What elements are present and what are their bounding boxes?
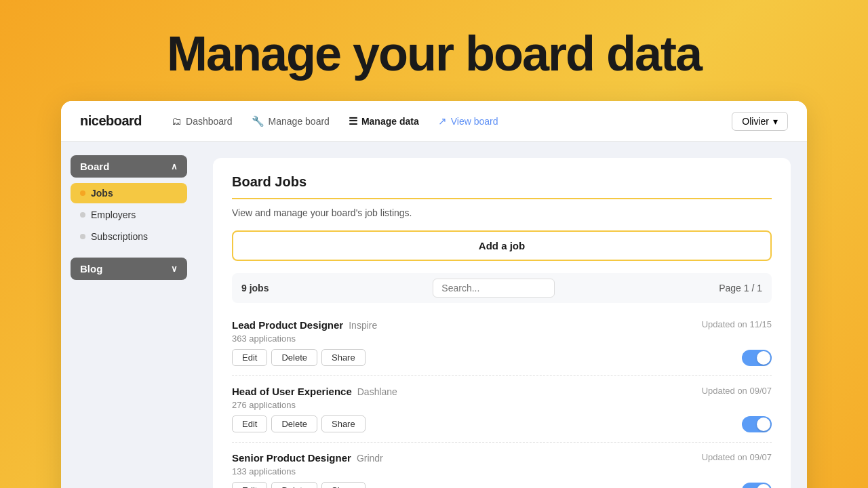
job-delete-button[interactable]: Delete xyxy=(271,482,317,488)
job-share-button[interactable]: Share xyxy=(321,349,366,366)
sidebar-item-subscriptions[interactable]: Subscriptions xyxy=(71,226,187,247)
sidebar-section-blog-label: Blog xyxy=(80,263,102,274)
job-row: Lead Product Designer Inspire Updated on… xyxy=(232,310,772,376)
sidebar-section-blog: Blog ∨ xyxy=(71,258,187,280)
job-toggle[interactable] xyxy=(742,416,772,432)
sidebar-jobs-label: Jobs xyxy=(91,188,113,199)
sidebar-section-blog-header[interactable]: Blog ∨ xyxy=(71,258,187,280)
board-chevron-icon: ∧ xyxy=(171,161,178,171)
app-container: niceboard 🗂 Dashboard 🔧 Manage board ☰ M… xyxy=(61,101,807,488)
hero-title: Manage your board data xyxy=(153,0,715,101)
user-name: Olivier xyxy=(742,116,769,127)
job-company: Dashlane xyxy=(357,386,397,397)
nav-item-view-board[interactable]: ↗ View board xyxy=(430,111,507,131)
manage-data-icon: ☰ xyxy=(349,115,357,127)
nav-label-manage-data: Manage data xyxy=(361,116,419,127)
job-edit-button[interactable]: Edit xyxy=(232,415,267,432)
job-delete-button[interactable]: Delete xyxy=(271,415,317,432)
job-company: Grindr xyxy=(357,453,383,464)
nav-item-manage-data[interactable]: ☰ Manage data xyxy=(340,111,427,131)
job-updated: Updated on 09/07 xyxy=(702,452,772,462)
main-layout: Board ∧ Jobs Employers Subscriptions xyxy=(61,142,807,488)
jobs-list: Lead Product Designer Inspire Updated on… xyxy=(232,310,772,488)
sidebar-employers-label: Employers xyxy=(91,209,136,220)
nav-label-manage-board: Manage board xyxy=(269,116,330,127)
job-share-button[interactable]: Share xyxy=(321,415,366,432)
sidebar: Board ∧ Jobs Employers Subscriptions xyxy=(61,142,197,488)
jobs-count: 9 jobs xyxy=(241,283,269,293)
job-toggle[interactable] xyxy=(742,483,772,488)
sidebar-item-jobs[interactable]: Jobs xyxy=(71,183,187,203)
add-job-button[interactable]: Add a job xyxy=(232,230,772,261)
search-input[interactable] xyxy=(433,279,555,298)
jobs-toolbar: 9 jobs Page 1 / 1 xyxy=(232,273,772,303)
sidebar-section-board-header[interactable]: Board ∧ xyxy=(71,155,187,178)
job-row: Head of User Experience Dashlane Updated… xyxy=(232,376,772,443)
user-menu-button[interactable]: Olivier ▾ xyxy=(732,112,788,131)
board-jobs-description: View and manage your board's job listing… xyxy=(232,207,772,218)
employers-dot-icon xyxy=(80,212,85,218)
job-updated: Updated on 11/15 xyxy=(702,319,772,329)
job-updated: Updated on 09/07 xyxy=(702,386,772,396)
user-dropdown-icon: ▾ xyxy=(773,116,778,127)
nav-label-view-board: View board xyxy=(451,116,498,127)
job-edit-button[interactable]: Edit xyxy=(232,482,267,488)
sidebar-subscriptions-label: Subscriptions xyxy=(91,231,148,242)
main-content: Board Jobs View and manage your board's … xyxy=(197,142,807,488)
job-toggle[interactable] xyxy=(742,350,772,366)
job-row: Senior Product Designer Grindr Updated o… xyxy=(232,443,772,488)
sidebar-item-employers[interactable]: Employers xyxy=(71,205,187,225)
job-applications: 363 applications xyxy=(232,333,772,344)
nav-label-dashboard: Dashboard xyxy=(186,116,233,127)
nav-logo: niceboard xyxy=(80,113,142,129)
sidebar-section-board: Board ∧ Jobs Employers Subscriptions xyxy=(71,155,187,251)
job-company: Inspire xyxy=(349,320,377,331)
job-title: Head of User Experience xyxy=(232,386,352,397)
job-share-button[interactable]: Share xyxy=(321,482,366,488)
job-delete-button[interactable]: Delete xyxy=(271,349,317,366)
job-applications: 276 applications xyxy=(232,400,772,410)
sidebar-section-board-label: Board xyxy=(80,161,109,172)
dashboard-icon: 🗂 xyxy=(172,115,182,127)
job-applications: 133 applications xyxy=(232,466,772,476)
blog-chevron-icon: ∨ xyxy=(171,264,178,274)
content-card: Board Jobs View and manage your board's … xyxy=(213,158,791,488)
board-jobs-title: Board Jobs xyxy=(232,174,772,199)
job-edit-button[interactable]: Edit xyxy=(232,349,267,366)
jobs-dot-icon xyxy=(80,190,85,196)
nav-bar: niceboard 🗂 Dashboard 🔧 Manage board ☰ M… xyxy=(61,101,807,142)
pagination-label: Page 1 / 1 xyxy=(719,283,762,293)
job-title: Senior Product Designer xyxy=(232,452,351,464)
manage-board-icon: 🔧 xyxy=(252,115,264,127)
nav-item-dashboard[interactable]: 🗂 Dashboard xyxy=(163,111,241,131)
subscriptions-dot-icon xyxy=(80,234,85,239)
nav-items: 🗂 Dashboard 🔧 Manage board ☰ Manage data… xyxy=(163,111,726,131)
view-board-icon: ↗ xyxy=(438,115,447,127)
nav-item-manage-board[interactable]: 🔧 Manage board xyxy=(243,111,338,131)
sidebar-board-items: Jobs Employers Subscriptions xyxy=(71,180,187,251)
job-title: Lead Product Designer xyxy=(232,319,343,331)
